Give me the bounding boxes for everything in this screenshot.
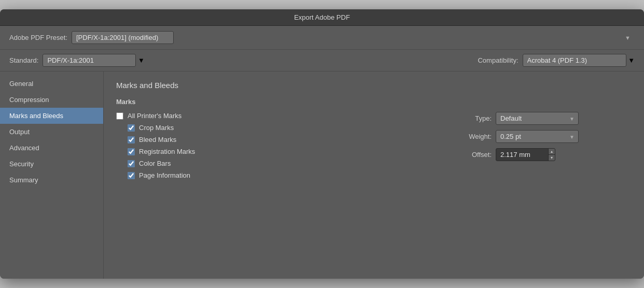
crop-marks-checkbox[interactable]: [128, 124, 135, 132]
offset-spin-up-button[interactable]: ▴: [549, 149, 555, 154]
page-information-label: Page Information: [139, 171, 190, 179]
title-bar: Export Adobe PDF: [0, 9, 644, 26]
section-title: Marks and Bleeds: [116, 81, 632, 90]
bleed-marks-label: Bleed Marks: [139, 136, 176, 143]
compatibility-select-wrapper: Acrobat 4 (PDF 1.3) Acrobat 5 (PDF 1.4) …: [523, 54, 635, 67]
standard-select[interactable]: PDF/X-1a:2001 PDF/X-3:2002 None: [43, 54, 136, 67]
sidebar-item-general[interactable]: General: [0, 76, 103, 92]
preset-label: Adobe PDF Preset:: [9, 34, 67, 41]
sidebar-item-compression[interactable]: Compression: [0, 92, 103, 108]
weight-select[interactable]: 0.125 pt 0.25 pt 0.50 pt 1.0 pt: [496, 130, 579, 143]
all-printers-marks-checkbox[interactable]: [116, 112, 123, 120]
export-pdf-dialog: Export Adobe PDF Adobe PDF Preset: [PDF/…: [0, 9, 644, 279]
marks-left: All Printer's Marks Crop Marks Bleed Mar…: [116, 112, 435, 183]
sidebar-item-security[interactable]: Security: [0, 156, 103, 172]
sidebar: General Compression Marks and Bleeds Out…: [0, 71, 104, 279]
standard-label: Standard:: [9, 56, 38, 64]
sidebar-item-summary[interactable]: Summary: [0, 172, 103, 188]
page-information-checkbox[interactable]: [128, 172, 135, 179]
compatibility-label: Compatibility:: [478, 56, 518, 64]
compatibility-group: Compatibility: Acrobat 4 (PDF 1.3) Acrob…: [478, 54, 635, 67]
standard-select-wrapper: PDF/X-1a:2001 PDF/X-3:2002 None ▼: [43, 54, 145, 67]
window-title: Export Adobe PDF: [294, 13, 350, 21]
marks-grid: All Printer's Marks Crop Marks Bleed Mar…: [116, 112, 632, 183]
compatibility-select[interactable]: Acrobat 4 (PDF 1.3) Acrobat 5 (PDF 1.4) …: [523, 54, 626, 67]
bleed-marks-row: Bleed Marks: [128, 136, 435, 143]
offset-label: Offset:: [455, 151, 492, 159]
crop-marks-label: Crop Marks: [139, 124, 174, 132]
preset-select[interactable]: [PDF/X-1a:2001] (modified): [72, 31, 174, 44]
offset-input-wrap: ▴ ▾: [496, 148, 555, 161]
all-printers-marks-row: All Printer's Marks: [116, 112, 435, 120]
marks-section-label: Marks: [116, 98, 632, 106]
weight-label: Weight:: [455, 133, 492, 140]
compatibility-chevron-icon: ▼: [628, 56, 635, 64]
preset-select-wrapper: [PDF/X-1a:2001] (modified) ▼: [72, 31, 635, 44]
type-label: Type:: [455, 114, 492, 122]
offset-spin-down-button[interactable]: ▾: [549, 155, 555, 161]
type-select[interactable]: Default J-Mark Roman: [496, 112, 579, 125]
main-content: General Compression Marks and Bleeds Out…: [0, 71, 644, 279]
color-bars-label: Color Bars: [139, 160, 171, 167]
sidebar-item-marks-and-bleeds[interactable]: Marks and Bleeds: [0, 108, 103, 124]
preset-row: Adobe PDF Preset: [PDF/X-1a:2001] (modif…: [0, 26, 644, 50]
offset-input[interactable]: [496, 149, 548, 161]
registration-marks-row: Registration Marks: [128, 148, 435, 155]
all-printers-marks-label: All Printer's Marks: [128, 112, 181, 120]
registration-marks-label: Registration Marks: [139, 148, 195, 155]
weight-field-row: Weight: 0.125 pt 0.25 pt 0.50 pt 1.0 pt …: [455, 130, 632, 143]
offset-field-row: Offset: ▴ ▾: [455, 148, 632, 161]
color-bars-row: Color Bars: [128, 160, 435, 167]
crop-marks-row: Crop Marks: [128, 124, 435, 132]
sidebar-item-output[interactable]: Output: [0, 124, 103, 140]
preset-chevron-icon: ▼: [625, 35, 631, 41]
type-select-wrapper: Default J-Mark Roman ▼: [496, 112, 579, 125]
content-area: Marks and Bleeds Marks All Printer's Mar…: [104, 71, 644, 279]
marks-right: Type: Default J-Mark Roman ▼ Weight:: [455, 112, 632, 183]
offset-spinners: ▴ ▾: [548, 149, 555, 161]
standard-chevron-icon: ▼: [138, 56, 145, 64]
page-information-row: Page Information: [128, 171, 435, 179]
type-field-row: Type: Default J-Mark Roman ▼: [455, 112, 632, 125]
registration-marks-checkbox[interactable]: [128, 148, 135, 155]
sidebar-item-advanced[interactable]: Advanced: [0, 140, 103, 156]
bleed-marks-checkbox[interactable]: [128, 136, 135, 143]
weight-select-wrapper: 0.125 pt 0.25 pt 0.50 pt 1.0 pt ▼: [496, 130, 579, 143]
color-bars-checkbox[interactable]: [128, 160, 135, 167]
standard-row: Standard: PDF/X-1a:2001 PDF/X-3:2002 Non…: [0, 50, 644, 71]
